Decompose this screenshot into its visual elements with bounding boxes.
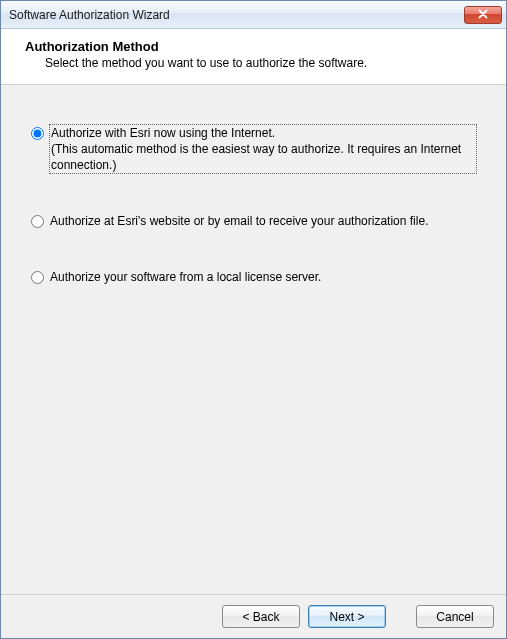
cancel-button[interactable]: Cancel <box>416 605 494 628</box>
back-button[interactable]: < Back <box>222 605 300 628</box>
wizard-header: Authorization Method Select the method y… <box>1 29 506 85</box>
window-title: Software Authorization Wizard <box>9 8 464 22</box>
option-label-block: Authorize your software from a local lic… <box>50 269 321 285</box>
option-label: Authorize at Esri's website or by email … <box>50 213 428 229</box>
radio-option-internet[interactable]: Authorize with Esri now using the Intern… <box>31 125 476 173</box>
radio-internet[interactable] <box>31 127 44 140</box>
authorization-method-group: Authorize with Esri now using the Intern… <box>31 125 476 325</box>
option-label-block: Authorize with Esri now using the Intern… <box>50 125 476 173</box>
wizard-window: Software Authorization Wizard Authorizat… <box>0 0 507 639</box>
titlebar: Software Authorization Wizard <box>1 1 506 29</box>
option-label: Authorize with Esri now using the Intern… <box>51 125 475 141</box>
close-icon <box>478 8 488 22</box>
radio-option-website-email[interactable]: Authorize at Esri's website or by email … <box>31 213 476 229</box>
page-title: Authorization Method <box>25 39 492 54</box>
radio-website-email[interactable] <box>31 215 44 228</box>
radio-license-server[interactable] <box>31 271 44 284</box>
radio-option-license-server[interactable]: Authorize your software from a local lic… <box>31 269 476 285</box>
option-subtext: (This automatic method is the easiest wa… <box>51 141 475 173</box>
option-label: Authorize your software from a local lic… <box>50 269 321 285</box>
page-subtitle: Select the method you want to use to aut… <box>45 56 492 70</box>
close-button[interactable] <box>464 6 502 24</box>
option-label-block: Authorize at Esri's website or by email … <box>50 213 428 229</box>
button-bar: < Back Next > Cancel <box>1 594 506 638</box>
content-area: Authorize with Esri now using the Intern… <box>1 85 506 594</box>
next-button[interactable]: Next > <box>308 605 386 628</box>
